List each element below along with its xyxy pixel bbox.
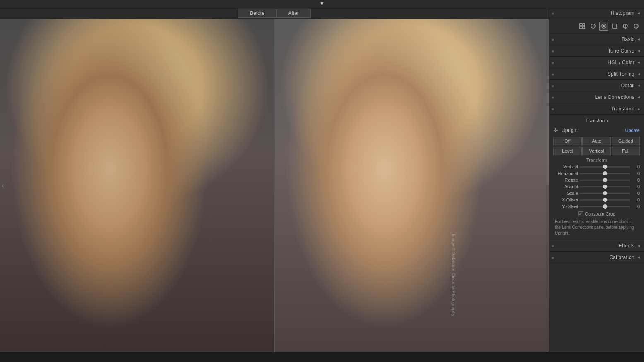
x-offset-slider-label: X Offset [553,197,578,202]
x-offset-slider[interactable] [580,199,630,201]
tone-curve-section-header[interactable]: ■ Tone Curve ◄ [549,45,644,57]
basic-arrow: ◄ [637,37,641,41]
update-button[interactable]: Update [625,128,640,133]
auto-button[interactable]: Auto [582,137,610,145]
hsl-section-header[interactable]: ■ HSL / Color ◄ [549,57,644,68]
aspect-slider-label: Aspect [553,184,578,189]
basic-label: Basic [557,36,634,42]
aspect-slider[interactable] [580,186,630,187]
transform-subtitle: Transform [553,158,640,163]
y-offset-slider-row: Y Offset 0 [553,204,640,209]
svg-rect-2 [580,26,582,29]
vertical-value: 0 [632,164,640,169]
constrain-crop-row: ✓ Constrain Crop [553,211,640,216]
tone-curve-label: Tone Curve [557,48,634,54]
tone-curve-collapse-icon: ■ [552,49,555,53]
target-tool-icon[interactable] [599,22,608,31]
before-label: Before [238,9,276,18]
image-panel: Before After ‹ Image © Salvatore Cincott… [0,7,549,352]
tone-curve-arrow: ◄ [637,49,641,53]
horizontal-slider[interactable] [580,173,630,174]
svg-rect-7 [613,24,617,28]
detail-collapse-icon: ■ [552,84,555,87]
square-tool-icon[interactable] [610,22,619,31]
split-toning-arrow: ◄ [637,72,641,76]
transform-title: Transform [553,118,640,124]
guided-button[interactable]: Guided [612,137,640,145]
transform-title-row: Transform [553,118,640,124]
aspect-slider-row: Aspect 0 [553,184,640,189]
dot-tool-icon[interactable] [632,22,641,31]
x-offset-value: 0 [632,197,640,202]
circle-tool-icon[interactable] [589,22,598,31]
detail-section-header[interactable]: ■ Detail ◄ [549,80,644,91]
split-toning-collapse-icon: ■ [552,72,555,76]
upright-buttons-row2: Level Vertical Full [553,147,640,155]
scale-slider-label: Scale [553,191,578,196]
basic-section-header[interactable]: ■ Basic ◄ [549,34,644,45]
upright-label: Upright [562,127,578,133]
grid-tool-icon[interactable] [578,22,587,31]
effects-section-header[interactable]: ■ Effects ◄ [549,240,644,252]
right-panel: ■ Histogram ◄ [549,7,644,352]
rotate-slider-label: Rotate [553,177,578,182]
histogram-section-header[interactable]: ■ Histogram ◄ [549,7,644,19]
tools-row [549,19,644,34]
off-button[interactable]: Off [553,137,582,145]
images-container: ‹ Image © Salvatore Cincotta Photography [0,19,549,352]
svg-point-6 [603,25,605,27]
bottom-bar [0,352,644,362]
transform-arrow: ▲ [637,107,641,111]
full-button[interactable]: Full [612,147,640,155]
upright-plus-icon: ✛ [553,127,558,134]
transform-label: Transform [557,106,634,112]
transform-info-text: For best results, enable lens correction… [553,219,640,236]
vertical-button[interactable]: Vertical [582,147,610,155]
transform-content: Transform ✛ Upright Update Off Auto Guid… [549,115,644,240]
crop-tool-icon[interactable] [621,22,630,31]
calibration-label: Calibration [557,254,634,260]
histogram-arrow: ◄ [637,11,641,15]
transform-section-header[interactable]: ■ Transform ▲ [549,103,644,115]
scale-slider-row: Scale 0 [553,191,640,196]
image-before [0,19,275,352]
svg-rect-3 [583,26,585,29]
transform-collapse-icon: ■ [552,107,555,110]
constrain-crop-checkbox[interactable]: ✓ [578,211,583,216]
rotate-value: 0 [632,177,640,182]
rotate-slider-row: Rotate 0 [553,177,640,182]
upright-row: ✛ Upright Update [553,127,640,134]
calibration-collapse-icon: ■ [552,256,555,259]
x-offset-slider-row: X Offset 0 [553,197,640,202]
hsl-collapse-icon: ■ [552,61,555,64]
image-after [275,19,549,352]
lens-corrections-collapse-icon: ■ [552,96,555,99]
scale-slider[interactable] [580,193,630,194]
hsl-arrow: ◄ [637,60,641,65]
top-bar: ▼ [0,0,644,7]
calibration-section-header[interactable]: ■ Calibration ◄ [549,252,644,263]
svg-rect-0 [580,24,582,26]
scale-value: 0 [632,191,640,196]
top-bar-arrow: ▼ [320,1,324,7]
after-label: After [276,9,311,18]
left-nav-arrow[interactable]: ‹ [2,182,4,189]
lens-corrections-section-header[interactable]: ■ Lens Corrections ◄ [549,91,644,103]
y-offset-slider[interactable] [580,206,630,207]
vertical-slider-row: Vertical 0 [553,164,640,169]
svg-point-4 [591,24,595,28]
detail-label: Detail [557,83,634,89]
y-offset-slider-label: Y Offset [553,204,578,209]
horizontal-slider-label: Horizontal [553,171,578,176]
calibration-arrow: ◄ [637,255,641,259]
vertical-slider[interactable] [580,166,630,168]
detail-arrow: ◄ [637,84,641,88]
horizontal-slider-row: Horizontal 0 [553,171,640,176]
vertical-slider-label: Vertical [553,164,578,169]
rotate-slider[interactable] [580,180,630,181]
split-toning-section-header[interactable]: ■ Split Toning ◄ [549,68,644,80]
split-toning-label: Split Toning [557,71,634,77]
effects-label: Effects [557,243,634,249]
before-after-labels: Before After [0,7,549,19]
level-button[interactable]: Level [553,147,582,155]
